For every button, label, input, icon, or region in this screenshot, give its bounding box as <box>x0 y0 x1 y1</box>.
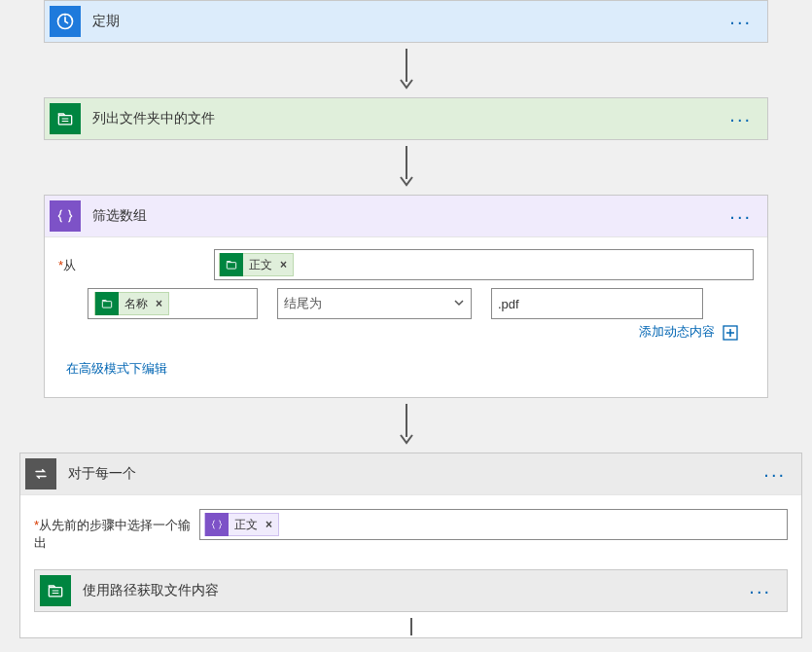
edit-advanced-mode-link[interactable]: 在高级模式下编辑 <box>66 360 167 378</box>
flow-arrow <box>19 146 793 189</box>
step-header[interactable]: 对于每一个 ··· <box>20 453 801 494</box>
token-remove-icon[interactable]: × <box>265 518 272 531</box>
loop-icon <box>25 458 56 489</box>
step-header[interactable]: 列出文件夹中的文件 ··· <box>45 98 767 139</box>
add-dynamic-label: 添加动态内容 <box>639 324 715 339</box>
condition-operator-select[interactable]: 结尾为 <box>277 288 472 319</box>
add-dynamic-content-link[interactable]: 添加动态内容 <box>58 323 738 341</box>
step-filter-array: 筛选数组 ··· *从 正文 × 名称 <box>44 195 768 398</box>
step-body: *从 正文 × 名称 × <box>45 236 767 397</box>
token-body[interactable]: 正文 × <box>204 513 279 536</box>
step-header[interactable]: 使用路径获取文件内容 ··· <box>35 570 787 611</box>
step-title: 使用路径获取文件内容 <box>83 582 743 599</box>
flow-arrow <box>34 618 788 637</box>
token-remove-icon[interactable]: × <box>156 297 162 310</box>
select-output-input[interactable]: 正文 × <box>199 509 788 540</box>
from-label: *从 <box>58 249 214 274</box>
step-title: 对于每一个 <box>68 465 758 483</box>
token-name[interactable]: 名称 × <box>94 292 169 315</box>
from-label-text: 从 <box>63 258 76 272</box>
flow-arrow <box>19 404 793 447</box>
ellipsis-icon[interactable]: ··· <box>743 583 777 598</box>
step-list-files[interactable]: 列出文件夹中的文件 ··· <box>44 97 768 140</box>
folder-icon <box>95 292 119 315</box>
ellipsis-icon[interactable]: ··· <box>724 111 758 127</box>
code-braces-icon <box>205 513 229 536</box>
condition-row: 名称 × 结尾为 .pdf <box>88 288 754 319</box>
step-recurrence[interactable]: 定期 ··· <box>44 0 768 43</box>
operator-value: 结尾为 <box>284 295 322 312</box>
flow-arrow <box>19 49 793 91</box>
svg-rect-6 <box>49 588 61 597</box>
step-header[interactable]: 筛选数组 ··· <box>45 196 767 236</box>
for-each-inner: 使用路径获取文件内容 ··· <box>34 569 788 637</box>
chevron-down-icon <box>453 297 465 311</box>
token-label: 名称 <box>124 296 148 312</box>
token-remove-icon[interactable]: × <box>280 258 287 272</box>
code-braces-icon <box>50 200 81 232</box>
token-label: 正文 <box>249 257 272 273</box>
step-title: 列出文件夹中的文件 <box>92 110 724 127</box>
step-title: 筛选数组 <box>92 207 724 225</box>
condition-value-text: .pdf <box>498 297 519 311</box>
folder-icon <box>40 575 71 606</box>
step-title: 定期 <box>92 13 724 30</box>
token-label: 正文 <box>234 517 258 533</box>
svg-point-1 <box>64 14 66 16</box>
from-input[interactable]: 正文 × <box>214 249 754 280</box>
folder-icon <box>220 253 243 276</box>
ellipsis-icon[interactable]: ··· <box>724 208 758 224</box>
ellipsis-icon[interactable]: ··· <box>724 14 758 29</box>
select-output-label-text: 从先前的步骤中选择一个输出 <box>34 518 191 550</box>
token-body[interactable]: 正文 × <box>219 253 294 276</box>
clock-icon <box>50 6 81 37</box>
select-output-row: *从先前的步骤中选择一个输出 正文 × <box>34 509 788 552</box>
step-header[interactable]: 定期 ··· <box>45 1 767 42</box>
from-field-row: *从 正文 × <box>58 249 754 280</box>
condition-left-input[interactable]: 名称 × <box>88 288 258 319</box>
step-for-each: 对于每一个 ··· *从先前的步骤中选择一个输出 正文 × <box>19 453 802 638</box>
step-get-file-content[interactable]: 使用路径获取文件内容 ··· <box>34 569 788 612</box>
condition-value-input[interactable]: .pdf <box>491 288 703 319</box>
svg-rect-4 <box>102 302 111 308</box>
ellipsis-icon[interactable]: ··· <box>758 466 792 482</box>
svg-rect-3 <box>227 263 235 269</box>
step-body: *从先前的步骤中选择一个输出 正文 × 使用路径获取文件内容 <box>20 494 801 637</box>
folder-icon <box>50 103 81 134</box>
plus-box-icon <box>723 325 738 341</box>
select-output-label: *从先前的步骤中选择一个输出 <box>34 509 199 552</box>
svg-rect-2 <box>58 116 71 125</box>
